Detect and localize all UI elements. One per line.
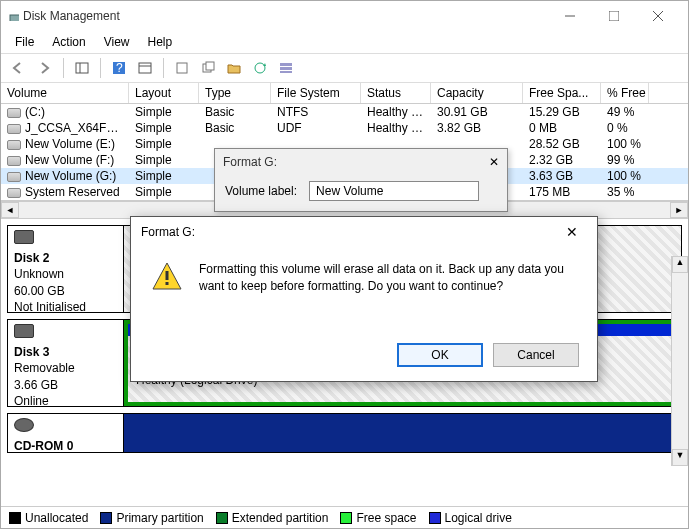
volume-icon [7,108,21,118]
confirm-message: Formatting this volume will erase all da… [199,261,577,295]
disk-2-name: Disk 2 [14,251,49,265]
col-free[interactable]: Free Spa... [523,83,601,103]
col-type[interactable]: Type [199,83,271,103]
cdrom-partition[interactable] [124,414,681,452]
svg-rect-13 [280,67,292,70]
app-icon [9,11,19,21]
svg-rect-10 [206,62,214,70]
format-dialog: Format G: ✕ Volume label: [214,148,508,212]
close-button[interactable] [636,2,680,30]
confirm-dialog-title: Format G: [141,225,557,239]
scroll-up-icon[interactable]: ▲ [672,256,688,273]
volume-label-label: Volume label: [225,184,297,198]
folder-open-icon[interactable] [222,56,246,80]
toolbar: ? [1,53,688,83]
col-filesystem[interactable]: File System [271,83,361,103]
volume-icon [7,140,21,150]
window-title: Disk Management [19,9,548,23]
volume-icon [7,124,21,134]
col-pctfree[interactable]: % Free [601,83,649,103]
disk-3-name: Disk 3 [14,345,49,359]
svg-rect-15 [166,271,169,280]
disk-2-status: Not Initialised [14,300,86,314]
warning-icon [151,261,183,293]
svg-rect-12 [280,63,292,66]
minimize-button[interactable] [548,2,592,30]
show-hide-console-icon[interactable] [70,56,94,80]
volume-icon [7,156,21,166]
ok-button[interactable]: OK [397,343,483,367]
action-icon-2[interactable] [196,56,220,80]
format-dialog-title: Format G: [223,155,489,169]
scroll-left-icon[interactable]: ◄ [1,202,19,218]
disk-3-info: Disk 3 Removable 3.66 GB Online [8,320,124,406]
svg-rect-16 [166,282,169,285]
swatch-free [340,512,352,524]
disk-3-type: Removable [14,361,75,375]
cdrom-name: CD-ROM 0 [14,439,73,452]
volume-icon [7,188,21,198]
svg-rect-8 [177,63,187,73]
swatch-logical [429,512,441,524]
svg-point-11 [255,63,265,73]
table-row[interactable]: J_CCSA_X64FRE_E...SimpleBasicUDFHealthy … [1,120,688,136]
disk-3-size: 3.66 GB [14,378,58,392]
disk-2-info: Disk 2 Unknown 60.00 GB Not Initialised [8,226,124,312]
scroll-down-icon[interactable]: ▼ [672,449,688,466]
help-icon[interactable]: ? [107,56,131,80]
vertical-scrollbar[interactable]: ▲ ▼ [671,256,688,466]
col-capacity[interactable]: Capacity [431,83,523,103]
svg-rect-1 [609,11,619,21]
svg-rect-14 [280,71,292,73]
disk-icon [14,324,34,338]
volume-list-header: Volume Layout Type File System Status Ca… [1,83,688,104]
list-icon[interactable] [274,56,298,80]
svg-rect-2 [76,63,88,73]
volume-icon [7,172,21,182]
col-layout[interactable]: Layout [129,83,199,103]
table-row[interactable]: (C:)SimpleBasicNTFSHealthy (B...30.91 GB… [1,104,688,120]
forward-button[interactable] [33,56,57,80]
menubar: File Action View Help [1,31,688,53]
titlebar: Disk Management [1,1,688,31]
close-icon[interactable]: ✕ [557,224,587,240]
close-icon[interactable]: ✕ [489,155,499,169]
scroll-right-icon[interactable]: ► [670,202,688,218]
disk-2-size: 60.00 GB [14,284,65,298]
cdrom-info: CD-ROM 0 [8,414,124,452]
svg-rect-0 [10,15,19,21]
menu-file[interactable]: File [7,33,42,51]
menu-action[interactable]: Action [44,33,93,51]
svg-text:?: ? [116,61,123,75]
cdrom-row[interactable]: CD-ROM 0 [7,413,682,453]
swatch-extended [216,512,228,524]
swatch-unallocated [9,512,21,524]
back-button[interactable] [7,56,31,80]
settings-icon[interactable] [133,56,157,80]
disk-3-status: Online [14,394,49,408]
disk-icon [14,230,34,244]
swatch-primary [100,512,112,524]
action-icon-1[interactable] [170,56,194,80]
svg-rect-6 [139,63,151,73]
col-volume[interactable]: Volume [1,83,129,103]
menu-view[interactable]: View [96,33,138,51]
volume-label-input[interactable] [309,181,479,201]
format-confirm-dialog: Format G: ✕ Formatting this volume will … [130,216,598,382]
refresh-icon[interactable] [248,56,272,80]
cancel-button[interactable]: Cancel [493,343,579,367]
disk-2-type: Unknown [14,267,64,281]
col-status[interactable]: Status [361,83,431,103]
maximize-button[interactable] [592,2,636,30]
cdrom-icon [14,418,34,432]
menu-help[interactable]: Help [140,33,181,51]
legend: Unallocated Primary partition Extended p… [1,506,688,528]
